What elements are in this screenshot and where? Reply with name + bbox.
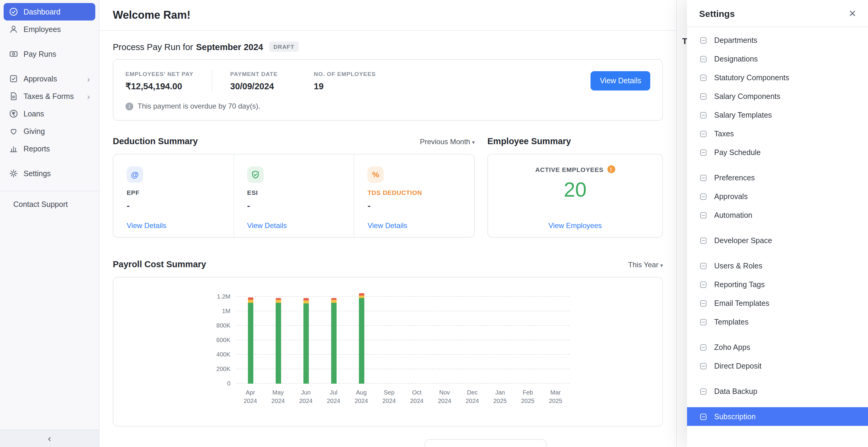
xtick-year: 2024: [403, 397, 431, 405]
xtick-month: Oct: [403, 388, 431, 397]
settings-item-preferences[interactable]: Preferences: [687, 168, 868, 187]
settings-item-reporting-tags[interactable]: Reporting Tags: [687, 275, 868, 294]
tds-deduction-icon: %: [368, 167, 384, 183]
payrun-section-title: Process Pay Run for September 2024 DRAFT: [113, 41, 663, 52]
settings-item-templates[interactable]: Templates: [687, 312, 868, 331]
field-value: 30/09/2024: [230, 82, 277, 91]
sidebar-item-label: Loans: [24, 110, 44, 118]
settings-group: Users & RolesReporting TagsEmail Templat…: [687, 257, 868, 331]
settings-item-taxes[interactable]: Taxes: [687, 124, 868, 143]
sidebar-item-pay-runs[interactable]: Pay Runs: [4, 45, 95, 63]
payroll-period-label: This Year: [628, 261, 658, 269]
sidebar-item-employees[interactable]: Employees: [4, 21, 95, 38]
chart-xtick-label: Dec2024: [459, 388, 486, 405]
sidebar-item-reports[interactable]: Reports: [4, 140, 95, 157]
chevron-right-icon: ›: [87, 92, 90, 100]
sidebar-item-taxes-forms[interactable]: Taxes & Forms›: [4, 87, 95, 105]
chart-bar: [331, 298, 336, 384]
giving-icon: [9, 127, 18, 136]
settings-item-salary-components[interactable]: Salary Components: [687, 87, 868, 106]
settings-item-subscription[interactable]: Subscription: [687, 407, 868, 426]
sidebar-item-approvals[interactable]: Approvals›: [4, 70, 95, 87]
close-icon[interactable]: ×: [849, 7, 856, 19]
bar-segment-yellow-segment: [359, 295, 364, 298]
view-details-link-tds-deduction[interactable]: View Details: [368, 221, 407, 230]
dashboard-icon: [9, 7, 18, 16]
chart-xtick-label: Oct2024: [403, 388, 431, 405]
deduction-label: TDS DEDUCTION: [368, 189, 422, 196]
summary-row: Deduction Summary Previous Month▾ @EPF-V…: [113, 136, 663, 238]
payroll-cost-title: Payroll Cost Summary: [113, 259, 206, 269]
sidebar-item-settings[interactable]: Settings: [4, 165, 95, 182]
settings-item-label: Subscription: [714, 412, 756, 421]
employee-summary-card: ACTIVE EMPLOYEES ! 20 View Employees: [487, 154, 663, 238]
main-header: Welcome Ram!: [99, 0, 676, 31]
view-employees-link[interactable]: View Employees: [549, 221, 602, 230]
settings-item-label: Users & Roles: [714, 262, 763, 270]
settings-item-salary-templates[interactable]: Salary Templates: [687, 106, 868, 124]
bar-segment-orange-segment: [303, 298, 309, 300]
deduction-summary-title: Deduction Summary: [113, 136, 198, 146]
settings-item-label: Email Templates: [714, 299, 769, 307]
sidebar-collapse-button[interactable]: ‹: [0, 429, 99, 447]
settings-item-departments[interactable]: Departments: [687, 31, 868, 50]
view-details-link-esi[interactable]: View Details: [247, 221, 287, 230]
sidebar-item-loans[interactable]: Loans: [4, 105, 95, 122]
settings-item-automation[interactable]: Automation: [687, 206, 868, 225]
bar-segment-orange-segment: [248, 297, 253, 299]
settings-item-email-templates[interactable]: Email Templates: [687, 294, 868, 312]
settings-item-label: Taxes: [714, 129, 734, 138]
contact-support-link[interactable]: Contact Support: [0, 191, 99, 218]
view-details-link-epf[interactable]: View Details: [127, 221, 166, 230]
caret-down-icon: ▾: [660, 262, 663, 268]
settings-item-designations[interactable]: Designations: [687, 50, 868, 68]
sidebar-group: Pay Runs: [0, 45, 99, 63]
settings-item-direct-deposit[interactable]: Direct Deposit: [687, 357, 868, 375]
settings-item-zoho-apps[interactable]: Zoho Apps: [687, 338, 868, 357]
xtick-month: Feb: [514, 388, 542, 397]
sidebar-item-giving[interactable]: Giving: [4, 122, 95, 140]
alert-badge-icon: !: [607, 165, 615, 173]
xtick-month: Sep: [375, 388, 403, 397]
zoho-apps-icon: [699, 343, 708, 351]
payrun-title-prefix: Process Pay Run for: [113, 42, 193, 52]
chart-ytick-label: 1.2M: [217, 293, 230, 300]
bar-segment-yellow-segment: [303, 300, 309, 303]
status-badge: DRAFT: [269, 41, 298, 52]
settings-item-statutory-components[interactable]: Statutory Components: [687, 68, 868, 87]
statutory-components-icon: [699, 73, 708, 82]
pay-runs-icon: [9, 50, 18, 59]
payrun-field-2: NO. OF EMPLOYEES19: [314, 70, 394, 91]
chart-ytick-label: 0: [227, 380, 230, 387]
settings-item-users-roles[interactable]: Users & Roles: [687, 257, 868, 275]
bar-segment-green-segment: [359, 298, 364, 384]
xtick-month: Mar: [542, 388, 569, 397]
chart-column-1: [264, 290, 292, 384]
sidebar-item-dashboard[interactable]: Dashboard: [4, 3, 95, 21]
settings-item-data-backup[interactable]: Data Backup: [687, 382, 868, 400]
xtick-year: 2025: [514, 397, 542, 405]
xtick-month: Jan: [486, 388, 514, 397]
deduction-period-selector[interactable]: Previous Month▾: [420, 138, 475, 146]
settings-item-label: Statutory Components: [714, 73, 789, 82]
approvals-icon: [699, 192, 708, 201]
payroll-cost-chart-card: 0200K400K600K800K1M1.2M Apr2024May2024Ju…: [113, 277, 663, 426]
chart-plot: [237, 290, 569, 384]
chart-ytick-label: 200K: [216, 365, 230, 372]
xtick-year: 2024: [320, 397, 347, 405]
field-value: ₹12,54,194.00: [125, 82, 193, 91]
occluded-heading-text: T: [682, 36, 687, 46]
payroll-period-selector[interactable]: This Year▾: [628, 261, 663, 269]
field-label: PAYMENT DATE: [230, 70, 277, 77]
settings-item-label: Direct Deposit: [714, 362, 762, 370]
settings-group: Zoho AppsDirect Deposit: [687, 338, 868, 375]
employees-icon: [9, 25, 18, 34]
settings-item-approvals[interactable]: Approvals: [687, 187, 868, 206]
bar-segment-green-segment: [303, 303, 309, 384]
settings-item-developer-space[interactable]: Developer Space: [687, 231, 868, 250]
settings-item-label: Pay Schedule: [714, 148, 761, 156]
collapse-chevron-icon: ‹: [48, 433, 51, 444]
chart-bar: [248, 297, 253, 384]
settings-item-pay-schedule[interactable]: Pay Schedule: [687, 143, 868, 162]
view-details-button[interactable]: View Details: [591, 71, 650, 90]
